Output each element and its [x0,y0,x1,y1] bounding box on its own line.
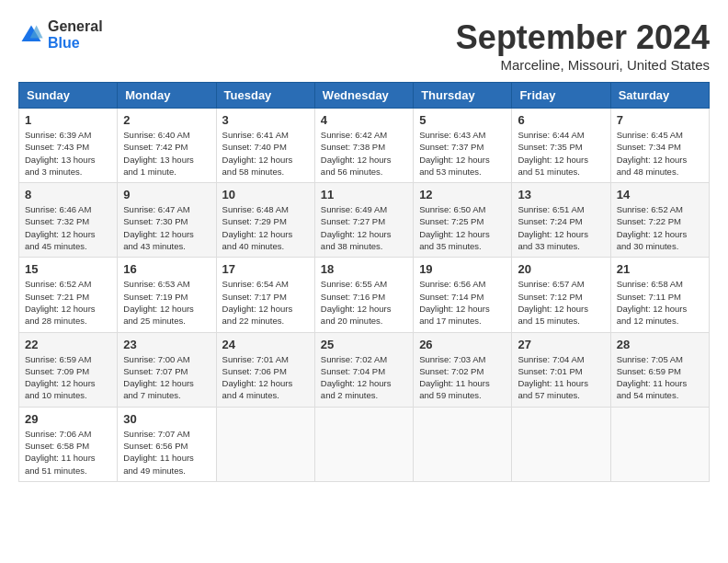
calendar-cell: 14Sunrise: 6:52 AM Sunset: 7:22 PM Dayli… [610,183,709,258]
calendar-cell: 24Sunrise: 7:01 AM Sunset: 7:06 PM Dayli… [216,332,314,407]
calendar-cell: 5Sunrise: 6:43 AM Sunset: 7:37 PM Daylig… [414,109,512,183]
day-number: 24 [222,338,309,351]
calendar-week-3: 15Sunrise: 6:52 AM Sunset: 7:21 PM Dayli… [19,258,710,332]
calendar-header-friday: Friday [512,83,610,109]
calendar-header-monday: Monday [118,83,216,109]
logo-blue-text: Blue [48,35,103,52]
day-number: 5 [419,113,506,127]
day-info: Sunrise: 6:48 AM Sunset: 7:29 PM Dayligh… [222,203,309,252]
day-number: 12 [419,188,506,201]
calendar-cell: 12Sunrise: 6:50 AM Sunset: 7:25 PM Dayli… [414,183,512,258]
day-number: 7 [617,113,703,127]
logo-general-text: General [48,18,103,35]
calendar-cell: 29Sunrise: 7:06 AM Sunset: 6:58 PM Dayli… [19,407,118,481]
calendar-cell: 19Sunrise: 6:56 AM Sunset: 7:14 PM Dayli… [414,258,512,332]
day-number: 25 [321,338,407,351]
day-number: 17 [222,262,309,276]
day-info: Sunrise: 6:56 AM Sunset: 7:14 PM Dayligh… [419,278,506,327]
day-info: Sunrise: 6:46 AM Sunset: 7:32 PM Dayligh… [25,203,111,252]
day-info: Sunrise: 6:52 AM Sunset: 7:22 PM Dayligh… [617,203,703,252]
page-header: General Blue September 2024 Marceline, M… [18,18,710,73]
day-number: 8 [25,188,111,201]
calendar-cell: 27Sunrise: 7:04 AM Sunset: 7:01 PM Dayli… [512,332,610,407]
day-number: 10 [222,188,309,201]
logo-text: General Blue [48,18,103,51]
day-number: 30 [123,412,210,426]
calendar-cell: 16Sunrise: 6:53 AM Sunset: 7:19 PM Dayli… [118,258,216,332]
calendar-week-1: 1Sunrise: 6:39 AM Sunset: 7:43 PM Daylig… [19,109,710,183]
logo-icon [18,22,44,48]
day-info: Sunrise: 6:59 AM Sunset: 7:09 PM Dayligh… [25,353,111,402]
day-number: 3 [222,113,309,127]
day-info: Sunrise: 6:45 AM Sunset: 7:34 PM Dayligh… [617,129,703,178]
day-info: Sunrise: 7:02 AM Sunset: 7:04 PM Dayligh… [321,353,407,402]
day-info: Sunrise: 6:40 AM Sunset: 7:42 PM Dayligh… [123,129,210,178]
title-section: September 2024 Marceline, Missouri, Unit… [456,18,710,73]
calendar-cell: 21Sunrise: 6:58 AM Sunset: 7:11 PM Dayli… [610,258,709,332]
day-info: Sunrise: 6:52 AM Sunset: 7:21 PM Dayligh… [25,278,111,327]
location-text: Marceline, Missouri, United States [456,57,710,73]
calendar-header-saturday: Saturday [610,83,709,109]
day-info: Sunrise: 6:44 AM Sunset: 7:35 PM Dayligh… [518,129,604,178]
day-info: Sunrise: 6:49 AM Sunset: 7:27 PM Dayligh… [321,203,407,252]
calendar-cell: 11Sunrise: 6:49 AM Sunset: 7:27 PM Dayli… [314,183,413,258]
calendar-cell: 9Sunrise: 6:47 AM Sunset: 7:30 PM Daylig… [118,183,216,258]
day-info: Sunrise: 7:03 AM Sunset: 7:02 PM Dayligh… [419,353,506,402]
calendar-cell: 17Sunrise: 6:54 AM Sunset: 7:17 PM Dayli… [216,258,314,332]
day-number: 29 [25,412,111,426]
calendar-header-wednesday: Wednesday [314,83,413,109]
day-info: Sunrise: 6:54 AM Sunset: 7:17 PM Dayligh… [222,278,309,327]
logo: General Blue [18,18,103,51]
day-info: Sunrise: 6:50 AM Sunset: 7:25 PM Dayligh… [419,203,506,252]
calendar-week-4: 22Sunrise: 6:59 AM Sunset: 7:09 PM Dayli… [19,332,710,407]
day-number: 20 [518,262,604,276]
calendar-cell [314,407,413,481]
calendar-header-row: SundayMondayTuesdayWednesdayThursdayFrid… [19,83,710,109]
day-info: Sunrise: 7:05 AM Sunset: 6:59 PM Dayligh… [617,353,703,402]
day-info: Sunrise: 6:39 AM Sunset: 7:43 PM Dayligh… [25,129,111,178]
day-number: 22 [25,338,111,351]
day-info: Sunrise: 6:42 AM Sunset: 7:38 PM Dayligh… [321,129,407,178]
day-number: 4 [321,113,407,127]
day-number: 2 [123,113,210,127]
day-info: Sunrise: 6:53 AM Sunset: 7:19 PM Dayligh… [123,278,210,327]
day-number: 1 [25,113,111,127]
day-number: 13 [518,188,604,201]
day-info: Sunrise: 6:43 AM Sunset: 7:37 PM Dayligh… [419,129,506,178]
calendar-header-tuesday: Tuesday [216,83,314,109]
calendar-cell [610,407,709,481]
day-number: 14 [617,188,703,201]
calendar-cell: 7Sunrise: 6:45 AM Sunset: 7:34 PM Daylig… [610,109,709,183]
day-info: Sunrise: 7:04 AM Sunset: 7:01 PM Dayligh… [518,353,604,402]
day-number: 11 [321,188,407,201]
calendar-cell: 18Sunrise: 6:55 AM Sunset: 7:16 PM Dayli… [314,258,413,332]
calendar-cell: 6Sunrise: 6:44 AM Sunset: 7:35 PM Daylig… [512,109,610,183]
day-number: 27 [518,338,604,351]
calendar-week-2: 8Sunrise: 6:46 AM Sunset: 7:32 PM Daylig… [19,183,710,258]
calendar-cell: 26Sunrise: 7:03 AM Sunset: 7:02 PM Dayli… [414,332,512,407]
calendar-cell: 10Sunrise: 6:48 AM Sunset: 7:29 PM Dayli… [216,183,314,258]
calendar-cell: 1Sunrise: 6:39 AM Sunset: 7:43 PM Daylig… [19,109,118,183]
calendar-table: SundayMondayTuesdayWednesdayThursdayFrid… [18,82,710,482]
day-info: Sunrise: 7:06 AM Sunset: 6:58 PM Dayligh… [25,428,111,477]
calendar-cell: 20Sunrise: 6:57 AM Sunset: 7:12 PM Dayli… [512,258,610,332]
calendar-cell: 30Sunrise: 7:07 AM Sunset: 6:56 PM Dayli… [118,407,216,481]
calendar-cell: 22Sunrise: 6:59 AM Sunset: 7:09 PM Dayli… [19,332,118,407]
day-info: Sunrise: 6:57 AM Sunset: 7:12 PM Dayligh… [518,278,604,327]
day-info: Sunrise: 7:07 AM Sunset: 6:56 PM Dayligh… [123,428,210,477]
calendar-cell: 23Sunrise: 7:00 AM Sunset: 7:07 PM Dayli… [118,332,216,407]
day-info: Sunrise: 6:51 AM Sunset: 7:24 PM Dayligh… [518,203,604,252]
day-info: Sunrise: 6:41 AM Sunset: 7:40 PM Dayligh… [222,129,309,178]
calendar-cell: 4Sunrise: 6:42 AM Sunset: 7:38 PM Daylig… [314,109,413,183]
calendar-header-sunday: Sunday [19,83,118,109]
month-title: September 2024 [456,18,710,57]
day-number: 6 [518,113,604,127]
day-info: Sunrise: 7:00 AM Sunset: 7:07 PM Dayligh… [123,353,210,402]
day-number: 16 [123,262,210,276]
day-info: Sunrise: 6:58 AM Sunset: 7:11 PM Dayligh… [617,278,703,327]
day-number: 18 [321,262,407,276]
day-info: Sunrise: 7:01 AM Sunset: 7:06 PM Dayligh… [222,353,309,402]
calendar-cell: 13Sunrise: 6:51 AM Sunset: 7:24 PM Dayli… [512,183,610,258]
day-number: 28 [617,338,703,351]
day-number: 21 [617,262,703,276]
